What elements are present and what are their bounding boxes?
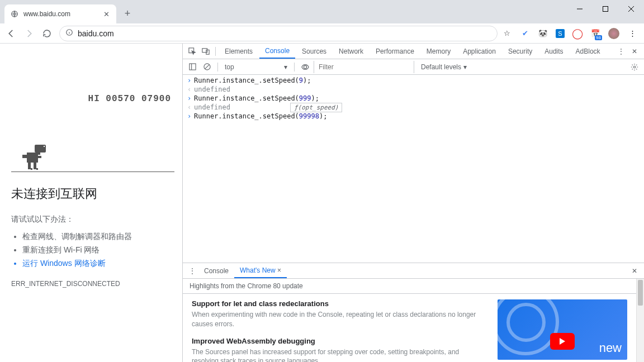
extension-icons: ☆ ✔ 🐼 S ◯ 📅98 ⋮ (502, 28, 641, 39)
svg-line-24 (205, 65, 209, 69)
tab-audits[interactable]: Audits (539, 44, 569, 59)
dino-icon[interactable] (22, 145, 47, 172)
tab-close-icon[interactable]: ✕ (102, 9, 111, 18)
star-icon[interactable]: ☆ (502, 28, 512, 39)
whatsnew-banner: Highlights from the Chrome 80 update (183, 279, 636, 294)
address-bar[interactable]: baidu.com (59, 26, 498, 41)
wn-item-title: Support for let and class redeclarations (192, 299, 486, 308)
console-sidebar-toggle-icon[interactable] (186, 61, 198, 73)
error-suggestions: 检查网线、调制解调器和路由器 重新连接到 Wi-Fi 网络 运行 Windows… (22, 230, 171, 270)
wn-item-desc: When experimenting with new code in the … (192, 310, 486, 329)
ext-icon-2[interactable]: 🐼 (538, 28, 548, 39)
svg-rect-21 (189, 64, 195, 70)
back-button[interactable] (3, 26, 19, 41)
devtools-close-icon[interactable]: ✕ (628, 45, 641, 58)
chevron-down-icon: ▾ (284, 63, 287, 71)
drawer-tab-whatsnew[interactable]: What's New × (234, 263, 287, 278)
error-subtitle: 请试试以下办法： (11, 215, 171, 225)
window-titlebar: www.baidu.com ✕ + (0, 0, 644, 23)
scrollbar-thumb[interactable] (638, 280, 643, 306)
drawer-scrollbar[interactable] (636, 279, 644, 362)
thumb-label: new (599, 341, 622, 355)
devtools-drawer: ⋮ Console What's New × ✕ Highlights from… (183, 263, 644, 362)
chevron-down-icon: ▾ (463, 63, 467, 71)
device-toggle-icon[interactable] (200, 45, 212, 58)
new-tab-button[interactable]: + (120, 6, 135, 21)
profile-avatar[interactable] (608, 28, 619, 39)
whatsnew-video-thumbnail[interactable]: new (498, 299, 627, 360)
browser-toolbar: baidu.com ☆ ✔ 🐼 S ◯ 📅98 ⋮ (0, 23, 644, 44)
clear-console-icon[interactable] (201, 61, 213, 73)
error-title: 未连接到互联网 (11, 185, 171, 202)
info-icon[interactable] (65, 28, 73, 38)
tab-console[interactable]: Console (259, 44, 295, 59)
tab-elements[interactable]: Elements (219, 44, 258, 59)
svg-rect-11 (27, 153, 38, 163)
context-selector[interactable]: top▾ (222, 63, 290, 71)
svg-rect-10 (44, 146, 45, 147)
svg-rect-15 (34, 163, 36, 169)
tab-sources[interactable]: Sources (296, 44, 332, 59)
devtools-panel: Elements Console Sources Network Perform… (182, 44, 644, 362)
live-expression-icon[interactable] (299, 61, 311, 73)
suggestion-item: 检查网线、调制解调器和路由器 (22, 230, 171, 244)
inspect-icon[interactable] (186, 45, 198, 58)
tab-security[interactable]: Security (503, 44, 538, 59)
suggestion-item: 重新连接到 Wi-Fi 网络 (22, 244, 171, 257)
ext-icon-1[interactable]: ✔ (520, 28, 530, 39)
log-levels-selector[interactable]: Default levels▾ (416, 63, 471, 71)
maximize-button[interactable] (593, 0, 618, 18)
wn-item-title: Improved WebAssembly debugging (192, 337, 486, 345)
url-text: baidu.com (78, 29, 114, 38)
error-code: ERR_INTERNET_DISCONNECTED (11, 280, 171, 288)
console-filter-input[interactable] (314, 61, 414, 73)
svg-rect-12 (22, 155, 27, 158)
browser-tab[interactable]: www.baidu.com ✕ (4, 4, 116, 23)
tab-network[interactable]: Network (333, 44, 369, 59)
close-icon[interactable]: × (277, 266, 281, 274)
suggestion-link[interactable]: 运行 Windows 网络诊断 (22, 257, 171, 270)
whatsnew-items: Support for let and class redeclarations… (192, 299, 486, 362)
window-controls (567, 0, 644, 18)
tab-performance[interactable]: Performance (370, 44, 420, 59)
reload-button[interactable] (39, 26, 55, 41)
svg-rect-2 (603, 7, 608, 12)
menu-button[interactable]: ⋮ (627, 28, 637, 39)
tab-memory[interactable]: Memory (421, 44, 456, 59)
svg-point-26 (633, 66, 636, 68)
console-settings-icon[interactable] (628, 61, 641, 73)
signature-tooltip: ƒ(opt_speed) (290, 103, 342, 112)
console-toolbar: top▾ Default levels▾ (183, 59, 644, 75)
svg-rect-17 (36, 168, 38, 170)
devtools-more-icon[interactable]: ⋮ (615, 45, 627, 58)
drawer-close-icon[interactable]: ✕ (628, 265, 641, 277)
drawer-tabbar: ⋮ Console What's New × ✕ (183, 263, 644, 279)
dino-score: HI 00570 07900 (11, 94, 171, 104)
svg-rect-14 (28, 163, 31, 169)
globe-icon (10, 9, 19, 18)
play-icon[interactable] (550, 333, 575, 350)
tab-adblock[interactable]: AdBlock (570, 44, 606, 59)
ext-icon-3[interactable]: S (556, 29, 565, 38)
forward-button[interactable] (21, 26, 37, 41)
minimize-button[interactable] (567, 0, 593, 18)
ext-icon-4[interactable]: ◯ (572, 28, 583, 39)
drawer-tab-console[interactable]: Console (198, 263, 234, 278)
window-close-button[interactable] (618, 0, 644, 18)
tab-title: www.baidu.com (23, 10, 97, 18)
drawer-more-icon[interactable]: ⋮ (186, 265, 198, 277)
devtools-tabbar: Elements Console Sources Network Perform… (183, 44, 644, 59)
console-output[interactable]: ›Runner.instance_.setSpeed(9); ‹undefine… (183, 75, 644, 263)
wn-item-desc: The Sources panel has increased support … (192, 347, 486, 362)
svg-point-25 (304, 65, 306, 68)
tab-application[interactable]: Application (457, 44, 501, 59)
svg-rect-13 (37, 156, 41, 158)
svg-rect-16 (31, 168, 32, 170)
ext-icon-5[interactable]: 📅98 (590, 28, 600, 39)
page-content: HI 00570 07900 (0, 44, 182, 362)
